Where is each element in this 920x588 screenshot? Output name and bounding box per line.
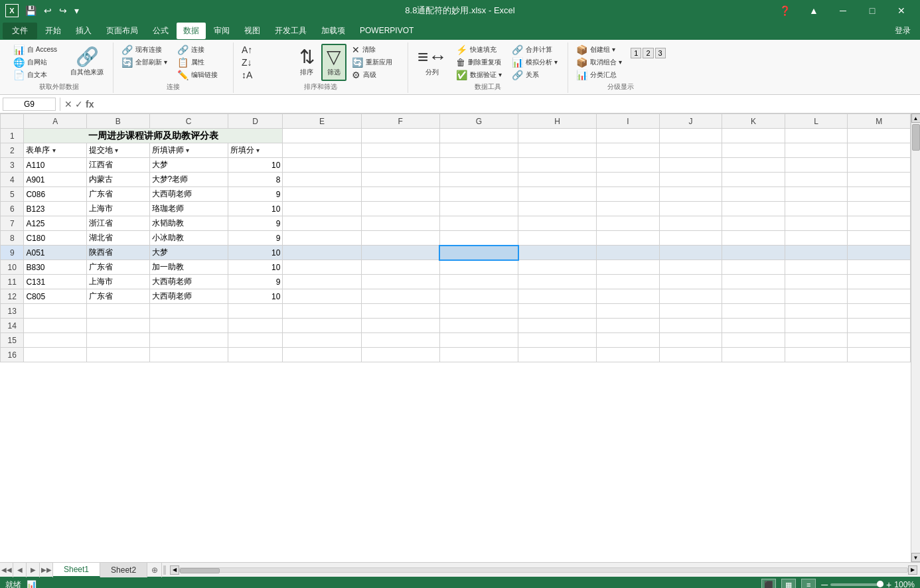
cell-B5[interactable]: 广东省 xyxy=(87,187,150,202)
row-header-13[interactable]: 13 xyxy=(1,304,24,319)
what-if-btn[interactable]: 📊 模拟分析 ▾ xyxy=(509,56,562,68)
formula-confirm[interactable]: ✓ xyxy=(75,99,83,110)
col-header-B[interactable]: B xyxy=(87,114,150,129)
col-header-G[interactable]: G xyxy=(439,114,518,129)
ribbon-collapse-btn[interactable]: ▲ xyxy=(801,0,827,21)
other-sources-btn[interactable]: 🔗 自其他来源 xyxy=(66,44,108,81)
data-validation-btn[interactable]: ✅ 数据验证 ▾ xyxy=(453,69,506,81)
menu-page-layout[interactable]: 页面布局 xyxy=(100,23,145,39)
sort-za-btn[interactable]: Z↓ xyxy=(239,56,292,68)
filter-arrow-C[interactable]: ▾ xyxy=(186,147,189,154)
cell-D11[interactable]: 9 xyxy=(228,275,283,289)
cell-B11[interactable]: 上海市 xyxy=(87,275,150,289)
hscroll-track[interactable] xyxy=(179,567,908,573)
row-header-2[interactable]: 2 xyxy=(1,143,24,158)
zoom-thumb[interactable] xyxy=(877,581,883,587)
cell-B2[interactable]: 提交地 ▾ xyxy=(87,143,150,158)
cell-D8[interactable]: 9 xyxy=(228,231,283,246)
col-header-J[interactable]: J xyxy=(659,114,722,129)
row-header-3[interactable]: 3 xyxy=(1,158,24,173)
cell-C9[interactable]: 大梦 xyxy=(149,246,228,260)
cell-A10[interactable]: B830 xyxy=(24,260,87,275)
normal-view-btn[interactable]: ⬛ xyxy=(761,579,776,588)
zoom-in-btn[interactable]: + xyxy=(886,579,891,588)
col-header-E[interactable]: E xyxy=(283,114,361,129)
web-btn[interactable]: 🌐 自网站 xyxy=(11,56,64,68)
filter-arrow-B[interactable]: ▾ xyxy=(115,147,118,154)
tab-nav-next[interactable]: ▶ xyxy=(27,563,40,577)
cell-A1[interactable]: 一周进步课程讲师及助教评分表 xyxy=(24,129,283,143)
existing-connections-btn[interactable]: 🔗 现有连接 xyxy=(119,44,172,56)
sort-custom-btn[interactable]: ↕A xyxy=(239,69,292,81)
tab-nav-prev[interactable]: ◀ xyxy=(13,563,27,577)
filter-btn[interactable]: ▽ 筛选 xyxy=(321,44,346,81)
hscroll-left-btn[interactable]: ◀ xyxy=(170,565,179,575)
properties-btn[interactable]: 📋 属性 xyxy=(175,56,228,68)
cell-A8[interactable]: C180 xyxy=(24,231,87,246)
remove-duplicates-btn[interactable]: 🗑 删除重复项 xyxy=(453,56,506,68)
maximize-btn[interactable]: □ xyxy=(859,0,885,21)
col-header-K[interactable]: K xyxy=(722,114,785,129)
refresh-all-btn[interactable]: 🔄 全部刷新 ▾ xyxy=(119,56,172,68)
row-header-14[interactable]: 14 xyxy=(1,319,24,333)
connections-btn[interactable]: 🔗 连接 xyxy=(175,44,228,56)
cell-B6[interactable]: 上海市 xyxy=(87,202,150,216)
menu-file[interactable]: 文件 xyxy=(3,23,37,39)
col-header-L[interactable]: L xyxy=(785,114,848,129)
cell-D7[interactable]: 9 xyxy=(228,216,283,231)
menu-developer[interactable]: 开发工具 xyxy=(268,23,313,39)
row-header-6[interactable]: 6 xyxy=(1,202,24,216)
cell-C5[interactable]: 大西萌老师 xyxy=(149,187,228,202)
cell-D4[interactable]: 8 xyxy=(228,173,283,187)
row-header-16[interactable]: 16 xyxy=(1,348,24,362)
cell-B8[interactable]: 湖北省 xyxy=(87,231,150,246)
row-header-8[interactable]: 8 xyxy=(1,231,24,246)
cell-C6[interactable]: 珞珈老师 xyxy=(149,202,228,216)
col-header-H[interactable]: H xyxy=(518,114,597,129)
subtotal-btn[interactable]: 📊 分类汇总 xyxy=(574,69,627,81)
cell-D2[interactable]: 所填分 ▾ xyxy=(228,143,283,158)
row-header-9[interactable]: 9 xyxy=(1,246,24,260)
text-btn[interactable]: 📄 自文本 xyxy=(11,69,64,81)
cell-B7[interactable]: 浙江省 xyxy=(87,216,150,231)
cell-D6[interactable]: 10 xyxy=(228,202,283,216)
flash-fill-btn[interactable]: ⚡ 快速填充 xyxy=(453,44,506,56)
scroll-down-btn[interactable]: ▼ xyxy=(911,553,921,562)
cell-A6[interactable]: B123 xyxy=(24,202,87,216)
tab-nav-first[interactable]: ◀◀ xyxy=(0,563,13,577)
cell-C2[interactable]: 所填讲师 ▾ xyxy=(149,143,228,158)
menu-insert[interactable]: 插入 xyxy=(69,23,98,39)
cell-A3[interactable]: A110 xyxy=(24,158,87,173)
row-header-11[interactable]: 11 xyxy=(1,275,24,289)
row-header-10[interactable]: 10 xyxy=(1,260,24,275)
advanced-btn[interactable]: ⚙ 高级 xyxy=(349,69,402,81)
menu-view[interactable]: 视图 xyxy=(238,23,267,39)
horizontal-scrollbar[interactable]: ◀ ▶ xyxy=(167,565,920,575)
formula-insert-function[interactable]: fx xyxy=(86,99,94,110)
sort-az-btn[interactable]: A↑ xyxy=(239,44,292,56)
col-header-M[interactable]: M xyxy=(848,114,911,129)
reapply-btn[interactable]: 🔄 重新应用 xyxy=(349,56,402,68)
level-3[interactable]: 3 xyxy=(655,48,666,58)
relationships-btn[interactable]: 🔗 关系 xyxy=(509,69,562,81)
col-header-I[interactable]: I xyxy=(597,114,660,129)
cell-C8[interactable]: 小冰助教 xyxy=(149,231,228,246)
vertical-scrollbar[interactable]: ▲ ▼ xyxy=(911,113,920,562)
cell-C3[interactable]: 大梦 xyxy=(149,158,228,173)
add-sheet-btn[interactable]: ⊕ xyxy=(147,563,162,577)
cell-B9[interactable]: 陕西省 xyxy=(87,246,150,260)
ungroup-btn[interactable]: 📦 取消组合 ▾ xyxy=(574,56,627,68)
row-header-7[interactable]: 7 xyxy=(1,216,24,231)
col-header-F[interactable]: F xyxy=(361,114,439,129)
cell-C10[interactable]: 加一助教 xyxy=(149,260,228,275)
save-quick-btn[interactable]: 💾 xyxy=(23,4,39,17)
customize-quick-btn[interactable]: ▾ xyxy=(72,4,82,17)
formula-input[interactable] xyxy=(96,100,917,109)
filter-arrow-D[interactable]: ▾ xyxy=(256,147,260,154)
scroll-track[interactable] xyxy=(911,123,921,553)
menu-data[interactable]: 数据 xyxy=(177,23,206,39)
level-1[interactable]: 1 xyxy=(631,48,641,58)
redo-quick-btn[interactable]: ↪ xyxy=(56,4,70,17)
cell-A7[interactable]: A125 xyxy=(24,216,87,231)
cell-B3[interactable]: 江西省 xyxy=(87,158,150,173)
